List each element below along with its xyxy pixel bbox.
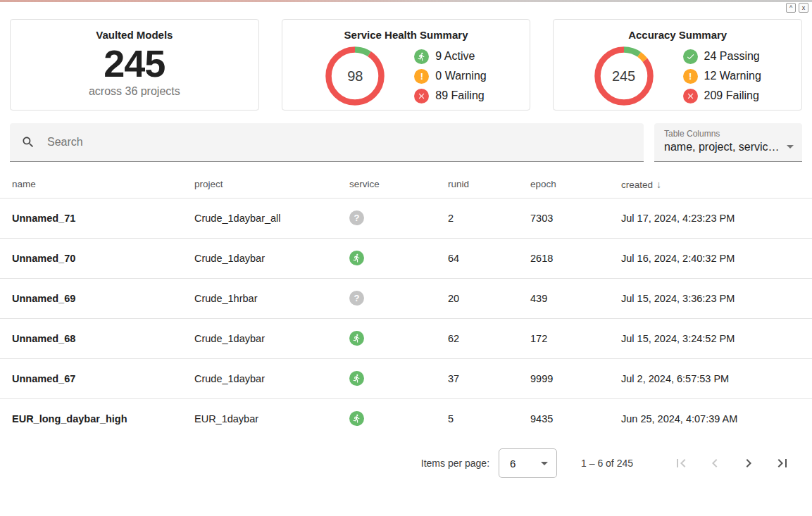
- service-active-icon: [349, 331, 364, 346]
- cell-project: EUR_1daybar: [194, 398, 349, 439]
- service-health-donut-chart: 98: [325, 46, 385, 106]
- search-field[interactable]: [10, 123, 644, 162]
- table-row[interactable]: EUR_long_daybar_highEUR_1daybar59435Jun …: [0, 398, 812, 439]
- table-row[interactable]: Unnamed_67Crude_1daybar379999Jul 2, 2024…: [0, 358, 812, 398]
- legend-item: 9 Active: [414, 49, 486, 64]
- filter-row: Table Columns name, project, servic…: [0, 111, 812, 162]
- legend-label: 0 Warning: [435, 70, 486, 82]
- cell-epoch: 439: [530, 278, 621, 318]
- check-icon: [683, 49, 698, 64]
- cell-service: [349, 398, 448, 439]
- cell-runid: 2: [448, 198, 530, 238]
- page-range-label: 1 – 6 of 245: [581, 458, 633, 469]
- cell-name: EUR_long_daybar_high: [0, 398, 194, 439]
- table-body: Unnamed_71Crude_1daybar_all?27303Jul 17,…: [0, 198, 812, 439]
- accuracy-summary-card: Accuracy Summary 245 24 Passing!12 Warni…: [553, 19, 802, 111]
- donut-center-value: 245: [594, 46, 654, 106]
- table-row[interactable]: Unnamed_68Crude_1daybar62172Jul 15, 2024…: [0, 318, 812, 358]
- items-per-page-select[interactable]: 6: [499, 448, 557, 478]
- first-page-icon: [673, 455, 689, 472]
- service-health-card: Service Health Summary 98 9 Active!0 War…: [282, 19, 531, 111]
- legend-item: 24 Passing: [683, 49, 761, 64]
- cell-created: Jul 15, 2024, 3:24:52 PM: [621, 318, 812, 358]
- service-active-icon: [349, 411, 364, 426]
- last-page-icon: [774, 455, 791, 472]
- cell-service: ?: [349, 198, 448, 238]
- legend-label: 24 Passing: [704, 50, 760, 63]
- cell-created: Jul 16, 2024, 2:40:32 PM: [621, 238, 812, 278]
- failing-icon: [683, 89, 698, 103]
- column-header-project[interactable]: project: [194, 171, 349, 198]
- table-columns-value: name, project, servic…: [664, 141, 782, 153]
- cell-created: Jul 15, 2024, 3:36:23 PM: [621, 278, 812, 318]
- cell-runid: 62: [448, 318, 530, 358]
- cell-name: Unnamed_68: [0, 318, 194, 358]
- cell-service: [349, 358, 448, 398]
- first-page-button[interactable]: [673, 455, 689, 472]
- cell-epoch: 9435: [530, 398, 621, 439]
- sort-desc-icon: ↓: [656, 179, 661, 190]
- cell-created: Jul 17, 2024, 4:23:23 PM: [621, 198, 812, 238]
- warning-icon: !: [683, 69, 698, 84]
- table-row[interactable]: Unnamed_71Crude_1daybar_all?27303Jul 17,…: [0, 198, 812, 238]
- cell-epoch: 2618: [530, 238, 621, 278]
- next-page-button[interactable]: [740, 455, 757, 472]
- table-columns-label: Table Columns: [664, 129, 794, 139]
- service-health-legend: 9 Active!0 Warning89 Failing: [414, 49, 486, 103]
- previous-page-button[interactable]: [706, 455, 723, 472]
- search-icon: [21, 135, 35, 149]
- cell-name: Unnamed_69: [0, 278, 194, 318]
- table-columns-select[interactable]: Table Columns name, project, servic…: [654, 123, 802, 162]
- table-row[interactable]: Unnamed_70Crude_1daybar642618Jul 16, 202…: [0, 238, 812, 278]
- column-header-service[interactable]: service: [349, 171, 448, 198]
- search-input[interactable]: [47, 136, 632, 149]
- window-controls: ^ x: [786, 3, 808, 13]
- cell-runid: 64: [448, 238, 530, 278]
- legend-item: 209 Failing: [683, 89, 761, 103]
- service-unknown-icon: ?: [349, 291, 364, 306]
- items-per-page-value: 6: [510, 458, 516, 470]
- cell-service: ?: [349, 278, 448, 318]
- column-header-runid[interactable]: runid: [448, 171, 530, 198]
- table-row[interactable]: Unnamed_69Crude_1hrbar?20439Jul 15, 2024…: [0, 278, 812, 318]
- legend-label: 209 Failing: [704, 89, 759, 102]
- cell-project: Crude_1daybar_all: [194, 198, 349, 238]
- cell-epoch: 9999: [530, 358, 621, 398]
- last-page-button[interactable]: [774, 455, 791, 472]
- service-active-icon: [349, 371, 364, 386]
- dashboard-page: ^ x Vaulted Models 245 across 36 project…: [0, 0, 812, 516]
- table-header-row: nameprojectservicerunidepochcreated↓: [0, 171, 812, 198]
- service-active-icon: [349, 251, 364, 265]
- chevron-down-icon: [541, 462, 548, 465]
- legend-label: 12 Warning: [704, 70, 761, 82]
- cell-service: [349, 238, 448, 278]
- service-unknown-icon: ?: [349, 210, 364, 225]
- cell-runid: 20: [448, 278, 530, 318]
- legend-label: 89 Failing: [435, 89, 484, 102]
- card-title: Service Health Summary: [282, 29, 530, 41]
- failing-icon: [414, 89, 429, 103]
- top-progress-strip: [0, 0, 812, 2]
- collapse-button[interactable]: ^: [786, 3, 796, 13]
- close-button[interactable]: x: [799, 3, 808, 13]
- cell-service: [349, 318, 448, 358]
- chevron-left-icon: [706, 455, 723, 472]
- column-header-epoch[interactable]: epoch: [530, 171, 621, 198]
- items-per-page-label: Items per page:: [421, 458, 489, 469]
- warning-icon: !: [414, 69, 429, 84]
- chevron-down-icon: [787, 145, 794, 149]
- accuracy-donut-chart: 245: [594, 46, 654, 106]
- cell-epoch: 172: [530, 318, 621, 358]
- cell-runid: 37: [448, 358, 530, 398]
- legend-item: !0 Warning: [414, 69, 486, 84]
- column-header-created[interactable]: created↓: [621, 171, 812, 198]
- runner-icon: [414, 49, 429, 64]
- cell-project: Crude_1daybar: [194, 238, 349, 278]
- legend-label: 9 Active: [435, 50, 475, 63]
- donut-center-value: 98: [325, 46, 385, 106]
- vaulted-models-count: 245: [11, 44, 258, 84]
- accuracy-legend: 24 Passing!12 Warning209 Failing: [683, 49, 761, 103]
- cell-name: Unnamed_71: [0, 198, 194, 238]
- legend-item: !12 Warning: [683, 69, 761, 84]
- column-header-name[interactable]: name: [0, 171, 194, 198]
